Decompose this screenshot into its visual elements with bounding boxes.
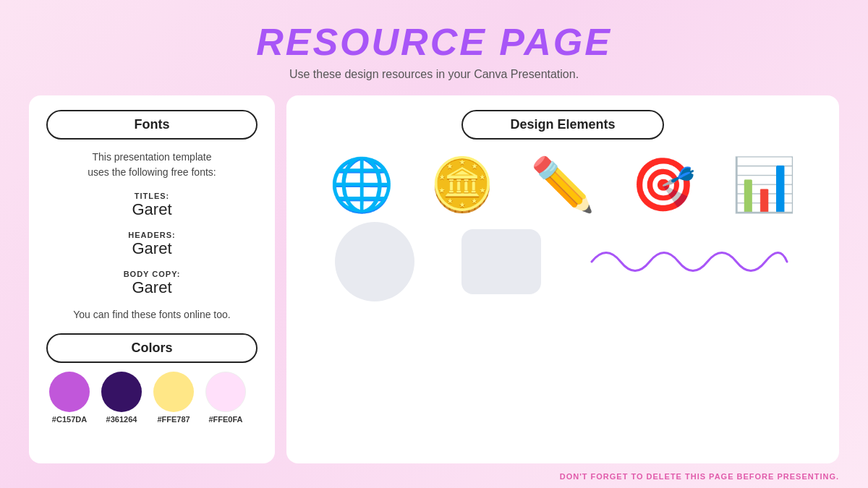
- main-content: Fonts This presentation templateuses the…: [0, 87, 868, 472]
- color-swatch-purple: #C157DA: [49, 372, 90, 424]
- design-elements-header: Design Elements: [461, 110, 664, 140]
- font-headers-label: HEADERS:: [46, 231, 258, 239]
- colors-header: Colors: [46, 333, 258, 363]
- shapes-row: [304, 222, 822, 309]
- footer-note: DON'T FORGET TO DELETE THIS PAGE BEFORE …: [0, 472, 868, 488]
- left-panel: Fonts This presentation templateuses the…: [29, 95, 275, 463]
- fonts-header: Fonts: [46, 110, 258, 140]
- color-swatch-yellow: #FFE787: [153, 372, 194, 424]
- color-hex-yellow: #FFE787: [157, 415, 190, 424]
- color-circle-darkpurple: [101, 372, 142, 412]
- chart-icon: 📊: [731, 158, 796, 210]
- color-swatches: #C157DA #361264 #FFE787 #FFE0FA: [46, 372, 258, 424]
- wave-shape: [588, 240, 791, 283]
- font-body: BODY COPY: Garet: [46, 270, 258, 297]
- rounded-rect-shape: [461, 229, 541, 294]
- font-titles: TITLES: Garet: [46, 192, 258, 219]
- target-icon: 🎯: [631, 158, 696, 210]
- globe-icon: 🌐: [329, 158, 394, 210]
- colors-section: Colors #C157DA #361264 #FFE787 #FFE0FA: [46, 333, 258, 424]
- color-hex-darkpurple: #361264: [106, 415, 137, 424]
- fonts-note: You can find these fonts online too.: [46, 309, 258, 320]
- font-titles-name: Garet: [46, 200, 258, 219]
- fonts-description: This presentation templateuses the follo…: [46, 150, 258, 180]
- coins-icon: 🪙: [430, 158, 495, 210]
- circle-shape: [335, 222, 414, 301]
- color-hex-pink: #FFE0FA: [208, 415, 242, 424]
- page-header: RESOURCE PAGE Use these design resources…: [0, 0, 868, 87]
- color-swatch-pink: #FFE0FA: [205, 372, 246, 424]
- font-headers: HEADERS: Garet: [46, 231, 258, 258]
- color-hex-purple: #C157DA: [52, 415, 87, 424]
- icons-row: 🌐 🪙 ✏️ 🎯 📊: [304, 151, 822, 210]
- pencil-icon: ✏️: [530, 158, 595, 210]
- page-subtitle: Use these design resources in your Canva…: [0, 68, 868, 81]
- page-title: RESOURCE PAGE: [0, 20, 868, 64]
- color-circle-pink: [205, 372, 246, 412]
- font-headers-name: Garet: [46, 239, 258, 258]
- font-titles-label: TITLES:: [46, 192, 258, 200]
- color-swatch-darkpurple: #361264: [101, 372, 142, 424]
- right-panel: Design Elements 🌐 🪙 ✏️ 🎯 📊: [286, 95, 839, 463]
- color-circle-purple: [49, 372, 90, 412]
- color-circle-yellow: [153, 372, 194, 412]
- font-body-label: BODY COPY:: [46, 270, 258, 278]
- font-body-name: Garet: [46, 278, 258, 297]
